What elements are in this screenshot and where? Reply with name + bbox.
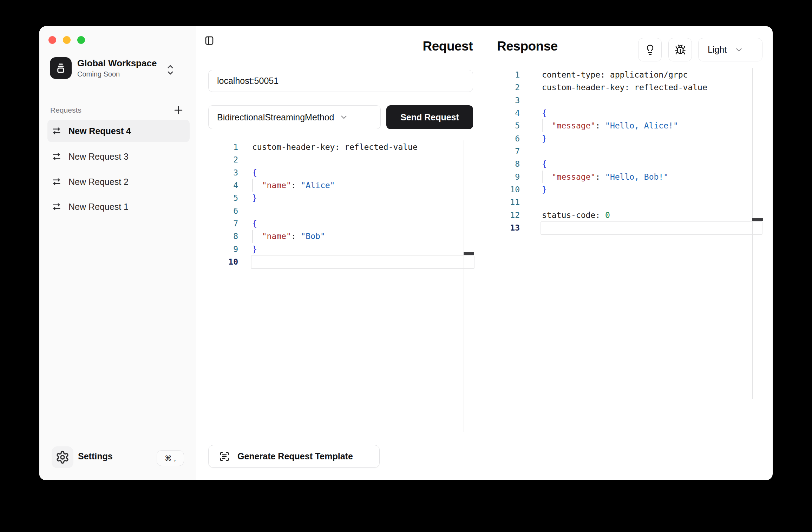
code-text: {: [542, 158, 547, 170]
bug-icon: [675, 44, 686, 55]
code-line[interactable]: 3{: [196, 166, 485, 179]
code-text: }: [542, 132, 547, 145]
line-number: 9: [196, 243, 238, 255]
line-number: 10: [196, 255, 238, 268]
code-text: content-type: application/grpc: [542, 68, 688, 81]
line-number: 5: [485, 119, 520, 132]
swap-arrows-icon: [52, 152, 61, 161]
line-number: 7: [196, 217, 238, 230]
code-text: "message": "Hello, Alice!": [542, 119, 678, 132]
code-line[interactable]: 9 "message": "Hello, Bob!": [485, 171, 773, 183]
theme-select-value: Light: [708, 45, 727, 55]
code-line[interactable]: 7{: [196, 217, 485, 230]
scrollbar-thumb[interactable]: [752, 218, 763, 221]
line-number: 10: [485, 183, 520, 196]
request-editor[interactable]: 1custom-header-key: reflected-value23{4 …: [196, 141, 485, 268]
request-panel: Request BidirectionalStreamingMethod Sen…: [196, 26, 485, 480]
code-line[interactable]: 2custom-header-key: reflected-value: [485, 81, 773, 94]
code-text: custom-header-key: reflected-value: [542, 81, 707, 94]
chevron-down-icon: [339, 113, 348, 122]
method-select[interactable]: BidirectionalStreamingMethod: [208, 105, 381, 129]
add-request-button[interactable]: [172, 104, 184, 116]
line-number: 6: [485, 132, 520, 145]
toggle-sidebar-button[interactable]: [204, 35, 216, 46]
code-line[interactable]: 4 "name": "Alice": [196, 179, 485, 192]
code-line[interactable]: 4{: [485, 107, 773, 119]
window-controls: [48, 36, 85, 44]
code-text: "name": "Bob": [252, 230, 325, 242]
code-text: "message": "Hello, Bob!": [542, 171, 668, 183]
code-text: {: [252, 166, 257, 179]
scan-text-icon: [219, 451, 230, 462]
generate-request-template-button[interactable]: Generate Request Template: [208, 445, 380, 468]
code-line[interactable]: 5}: [196, 192, 485, 204]
sidebar-item-new-request-3[interactable]: New Request 3: [47, 145, 190, 168]
line-number: 9: [485, 171, 520, 183]
line-number: 7: [485, 145, 520, 158]
code-line[interactable]: 10}: [485, 183, 773, 196]
code-line[interactable]: 8{: [485, 158, 773, 170]
sidebar-item-new-request-1[interactable]: New Request 1: [47, 195, 190, 218]
requests-section-header: Requests: [50, 104, 189, 116]
workspace-selector[interactable]: Global Workspace Coming Soon: [50, 57, 157, 79]
lightbulb-button[interactable]: [638, 38, 662, 61]
host-input[interactable]: [208, 70, 473, 92]
code-line[interactable]: 2: [196, 153, 485, 166]
settings-button[interactable]: [52, 446, 73, 468]
active-line-box[interactable]: [251, 255, 474, 269]
sidebar-item-new-request-2[interactable]: New Request 2: [47, 171, 190, 193]
code-line[interactable]: 7: [485, 145, 773, 158]
code-line[interactable]: 1content-type: application/grpc: [485, 68, 773, 81]
line-number: 6: [196, 205, 238, 217]
requests-label: Requests: [50, 106, 81, 114]
workspace-icon: [50, 57, 72, 79]
close-window-button[interactable]: [48, 36, 56, 44]
code-line[interactable]: 12status-code: 0: [485, 209, 773, 221]
line-number: 11: [485, 196, 520, 208]
line-number: 13: [485, 221, 520, 234]
code-line[interactable]: 6: [196, 205, 485, 217]
minimize-window-button[interactable]: [63, 36, 71, 44]
code-text: "name": "Alice": [252, 179, 335, 192]
request-item-label: New Request 3: [68, 152, 129, 162]
line-number: 3: [196, 166, 238, 179]
chevron-up-down-icon[interactable]: [166, 63, 175, 77]
line-number: 4: [196, 179, 238, 192]
code-text: {: [252, 217, 257, 230]
active-line-box[interactable]: [541, 221, 762, 235]
workspace-name: Global Workspace: [77, 58, 157, 69]
response-editor[interactable]: 1content-type: application/grpc2custom-h…: [485, 68, 773, 234]
code-text: }: [252, 243, 257, 255]
code-line[interactable]: 11: [485, 196, 773, 208]
line-number: 1: [485, 68, 520, 81]
line-number: 1: [196, 141, 238, 153]
debug-button[interactable]: [668, 38, 692, 61]
code-text: {: [542, 107, 547, 119]
line-number: 3: [485, 94, 520, 107]
swap-arrows-icon: [52, 126, 61, 136]
workspace-subtitle: Coming Soon: [77, 69, 157, 79]
swap-arrows-icon: [52, 177, 61, 187]
app-window: Global Workspace Coming Soon Requests: [39, 26, 773, 480]
code-text: }: [542, 183, 547, 196]
send-request-button[interactable]: Send Request: [386, 105, 473, 129]
code-line[interactable]: 8 "name": "Bob": [196, 230, 485, 242]
code-line[interactable]: 3: [485, 94, 773, 107]
code-line[interactable]: 5 "message": "Hello, Alice!": [485, 119, 773, 132]
code-line[interactable]: 6}: [485, 132, 773, 145]
line-number: 8: [196, 230, 238, 242]
zoom-window-button[interactable]: [77, 36, 85, 44]
code-line[interactable]: 13: [485, 221, 773, 234]
workspace-text: Global Workspace Coming Soon: [77, 58, 157, 79]
code-line[interactable]: 10: [196, 255, 485, 268]
code-text: custom-header-key: reflected-value: [252, 141, 418, 153]
code-line[interactable]: 9}: [196, 243, 485, 255]
chevron-down-icon: [734, 45, 744, 54]
settings-label[interactable]: Settings: [78, 451, 113, 461]
code-line[interactable]: 1custom-header-key: reflected-value: [196, 141, 485, 153]
line-number: 5: [196, 192, 238, 204]
sidebar-item-new-request-4[interactable]: New Request 4: [47, 120, 190, 142]
theme-select[interactable]: Light: [698, 38, 762, 61]
settings-row: Settings ⌘ ,: [52, 446, 184, 468]
scrollbar-thumb[interactable]: [464, 252, 474, 255]
